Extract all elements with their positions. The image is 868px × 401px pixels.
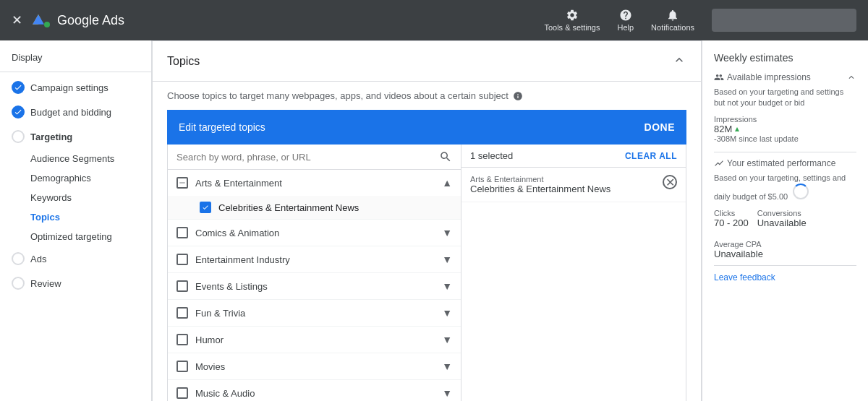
topic-sub-celebrities[interactable]: Celebrities & Entertainment News [168, 196, 461, 219]
targeting-empty-icon [12, 130, 25, 143]
sidebar-item-campaign-settings[interactable]: Campaign settings [0, 75, 151, 100]
clicks-value: 70 - 200 [714, 217, 749, 228]
topic-category-header-comics[interactable]: Comics & Animation ▼ [168, 220, 461, 246]
search-box [712, 9, 856, 32]
bottom-divider [714, 265, 856, 266]
notifications-label: Notifications [651, 23, 694, 32]
help-label: Help [617, 23, 634, 32]
review-label: Review [30, 278, 61, 289]
sidebar-item-budget-bidding[interactable]: Budget and bidding [0, 100, 151, 124]
clicks-metric: Clicks 70 - 200 [714, 209, 749, 228]
done-button[interactable]: DONE [644, 121, 675, 133]
topic-category-entertainment-industry: Entertainment Industry ▼ [168, 246, 461, 273]
entertainment-industry-checkbox[interactable] [176, 254, 188, 265]
edit-bar-title: Edit targeted topics [179, 121, 265, 133]
app-logo: Google Ads [31, 10, 535, 30]
topic-category-humor: Humor ▼ [168, 327, 461, 353]
demographics-label: Demographics [30, 173, 91, 184]
content-area: Topics Choose topics to target many webp… [152, 40, 702, 401]
sidebar-item-targeting[interactable]: Targeting [0, 124, 151, 149]
clear-all-button[interactable]: CLEAR ALL [625, 151, 677, 161]
comics-chevron-down-icon: ▼ [442, 227, 452, 238]
topic-category-header-movies[interactable]: Movies ▼ [168, 353, 461, 379]
leave-feedback-link[interactable]: Leave feedback [714, 272, 775, 283]
fun-trivia-chevron-down-icon: ▼ [442, 307, 452, 319]
average-cpa-value: Unavailable [714, 249, 856, 259]
topic-category-header-events[interactable]: Events & Listings ▼ [168, 273, 461, 299]
selected-tag-content: Arts & Entertainment Celebrities & Enter… [470, 175, 657, 194]
music-audio-chevron-down-icon: ▼ [442, 387, 452, 399]
sidebar-item-display[interactable]: Display [0, 46, 151, 69]
perf-desc: Based on your targeting, settings and da… [714, 173, 856, 203]
topic-category-header-music-audio[interactable]: Music & Audio ▼ [168, 380, 461, 401]
estimated-performance-header: Your estimated performance [714, 158, 856, 168]
available-impressions-section: Available impressions Based on your targ… [714, 72, 856, 143]
top-nav: ✕ Google Ads Tools & settings Help Notif… [0, 0, 868, 40]
estimated-performance-section: Your estimated performance Based on your… [714, 158, 856, 259]
topic-category-comics: Comics & Animation ▼ [168, 220, 461, 246]
conversions-value: Unavailable [757, 217, 807, 228]
estimated-performance-label: Your estimated performance [727, 158, 835, 168]
sidebar-divider [0, 72, 151, 72]
budget-bidding-label: Budget and bidding [30, 107, 111, 118]
entertainment-industry-chevron-down-icon: ▼ [442, 254, 452, 265]
targeting-label: Targeting [30, 131, 72, 142]
notifications-button[interactable]: Notifications [651, 9, 694, 32]
movies-checkbox[interactable] [176, 361, 188, 372]
selected-tag-name: Celebrities & Entertainment News [470, 184, 657, 194]
divider [714, 152, 856, 152]
topic-category-header-arts[interactable]: Arts & Entertainment ▲ [168, 170, 461, 196]
sidebar-sub-item-optimized-targeting[interactable]: Optimized targeting [0, 227, 151, 246]
clicks-label: Clicks [714, 209, 749, 217]
topic-category-header-entertainment-industry[interactable]: Entertainment Industry ▼ [168, 246, 461, 272]
help-button[interactable]: Help [617, 9, 634, 32]
topic-category-header-humor[interactable]: Humor ▼ [168, 327, 461, 353]
right-panel: Weekly estimates Available impressions B… [702, 40, 868, 401]
close-icon[interactable]: ✕ [12, 12, 22, 28]
sidebar-item-ads[interactable]: Ads [0, 246, 151, 271]
arts-entertainment-chevron-up-icon: ▲ [442, 177, 452, 189]
conversions-metric: Conversions Unavailable [757, 209, 807, 228]
sidebar-item-review[interactable]: Review [0, 271, 151, 296]
tools-settings-button[interactable]: Tools & settings [544, 9, 600, 32]
celebrities-checkbox[interactable] [200, 202, 211, 213]
audience-segments-label: Audience Segments [30, 153, 114, 164]
remove-tag-button[interactable]: ✕ [663, 175, 677, 189]
celebrities-name: Celebrities & Entertainment News [218, 202, 359, 213]
impressions-metric: Impressions 82M ▴ -308M since last updat… [714, 115, 856, 143]
sidebar-sub-item-audience-segments[interactable]: Audience Segments [0, 149, 151, 168]
selected-tag-parent: Arts & Entertainment [470, 175, 657, 184]
sidebar-sub-item-keywords[interactable]: Keywords [0, 188, 151, 207]
events-checkbox[interactable] [176, 280, 188, 292]
campaign-settings-check-icon [12, 81, 25, 94]
topic-category-header-fun-trivia[interactable]: Fun & Trivia ▼ [168, 300, 461, 326]
comics-checkbox[interactable] [176, 227, 188, 238]
display-label: Display [12, 52, 43, 63]
topic-category-arts-entertainment: Arts & Entertainment ▲ Celebrities & Ent… [168, 170, 461, 220]
available-impressions-header: Available impressions [714, 72, 856, 82]
sidebar-sub-item-demographics[interactable]: Demographics [0, 168, 151, 188]
performance-icon [714, 158, 724, 168]
average-cpa-label: Average CPA [714, 240, 856, 249]
budget-bidding-check-icon [12, 105, 25, 118]
music-audio-checkbox[interactable] [176, 387, 188, 399]
humor-checkbox[interactable] [176, 334, 188, 345]
sidebar-sub-item-topics[interactable]: Topics [0, 207, 151, 227]
keywords-label: Keywords [30, 192, 72, 203]
impressions-collapse-icon[interactable] [846, 72, 856, 82]
topics-label: Topics [30, 212, 60, 223]
topics-collapse-button[interactable] [672, 53, 686, 69]
humor-chevron-down-icon: ▼ [442, 334, 452, 345]
ads-label: Ads [30, 254, 46, 264]
arts-entertainment-checkbox[interactable] [176, 177, 188, 189]
selected-bar: 1 selected CLEAR ALL [461, 145, 686, 168]
fun-trivia-checkbox[interactable] [176, 307, 188, 319]
topics-panel-header: Topics [153, 41, 701, 82]
average-cpa-metric: Average CPA Unavailable [714, 240, 856, 259]
topics-right-panel: 1 selected CLEAR ALL Arts & Entertainmen… [461, 145, 686, 401]
selected-count: 1 selected [470, 150, 513, 161]
topics-panel-title: Topics [167, 55, 200, 68]
search-input[interactable] [176, 152, 433, 163]
topics-panel: Topics Choose topics to target many webp… [152, 40, 702, 401]
humor-name: Humor [195, 335, 435, 345]
